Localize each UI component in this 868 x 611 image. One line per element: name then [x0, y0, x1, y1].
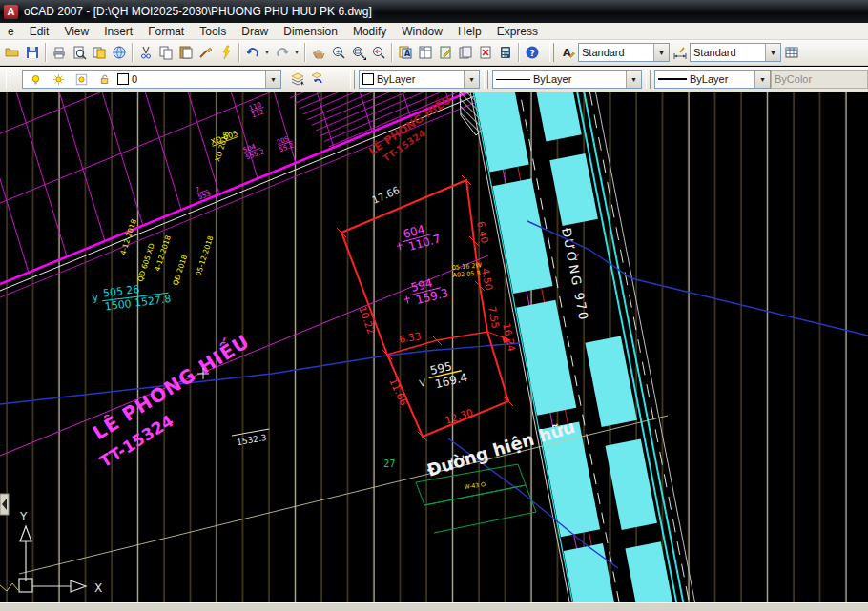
paste-icon[interactable] [176, 43, 196, 63]
markup-set-icon[interactable] [475, 43, 495, 63]
layer-unlock-icon[interactable] [94, 70, 114, 90]
zoom-realtime-icon[interactable]: ± [328, 43, 348, 63]
dim-style-combo[interactable]: Standard ▼ [690, 43, 781, 62]
color-value: ByLayer [377, 73, 461, 85]
color-combo-arrow[interactable]: ▼ [464, 71, 479, 88]
autocad-app-icon: A [4, 5, 18, 19]
plot-style-value: ByColor [775, 73, 867, 85]
menu-view[interactable]: View [56, 24, 96, 39]
svg-text:A: A [563, 47, 571, 59]
grid-lines-white [0, 92, 868, 602]
lineweight-combo-arrow[interactable]: ▼ [754, 71, 770, 88]
redo-button[interactable] [272, 43, 292, 63]
lineweight-sample [658, 78, 687, 80]
dim-style-combo-arrow[interactable]: ▼ [765, 44, 780, 61]
text-style-icon[interactable]: A [558, 43, 578, 63]
linetype-combo[interactable]: ByLayer ▼ [492, 70, 642, 89]
undo-button[interactable] [242, 43, 262, 63]
command-area-top [0, 602, 868, 611]
svg-text:A: A [404, 50, 411, 58]
layer-color-swatch [117, 73, 129, 85]
sheet-set-manager-icon[interactable] [455, 43, 475, 63]
text-style-value: Standard [582, 47, 651, 58]
publish-icon[interactable] [89, 43, 109, 63]
redo-dropdown-arrow[interactable]: ▼ [292, 43, 301, 63]
copy-icon[interactable] [155, 43, 176, 63]
current-layer-name: 0 [132, 73, 262, 85]
layer-combo-arrow[interactable]: ▼ [265, 71, 280, 88]
lineweight-value: ByLayer [690, 73, 752, 85]
cut-icon[interactable] [135, 43, 155, 63]
menu-format[interactable]: Format [140, 24, 192, 39]
linetype-sample [496, 79, 530, 80]
open-icon[interactable] [2, 43, 22, 63]
menu-dimension[interactable]: Dimension [276, 24, 345, 39]
autocad-window: A oCAD 2007 - [D:\QH MOI2025-2030\PHUONG… [0, 0, 868, 611]
parcel-plan-note: 05.16 2W A02 05.3 [451, 261, 483, 279]
text-style-combo-arrow[interactable]: ▼ [653, 44, 669, 61]
quickcalc-icon[interactable] [495, 43, 515, 63]
left-edge-widget[interactable] [0, 494, 9, 515]
make-object-layer-current-icon[interactable] [287, 70, 307, 90]
save-icon[interactable] [22, 43, 42, 63]
table-style-icon[interactable] [781, 43, 801, 63]
layer-vp-freeze-icon[interactable] [72, 70, 92, 90]
green-parcel-number: 27 [383, 458, 396, 469]
properties-palette-icon[interactable]: A [395, 43, 415, 63]
plot-style-combo: ByColor [771, 70, 868, 89]
menu-window[interactable]: Window [394, 24, 450, 39]
titlebar: A oCAD 2007 - [D:\QH MOI2025-2030\PHUONG… [0, 0, 868, 23]
menu-help[interactable]: Help [450, 24, 489, 39]
menu-modify[interactable]: Modify [345, 24, 394, 39]
lineweight-combo[interactable]: ByLayer ▼ [654, 70, 771, 89]
standard-toolbar: ▼ ▼ ± A ? A Standard ▼ Standard ▼ [0, 40, 868, 66]
color-combo[interactable]: ByLayer ▼ [359, 70, 480, 89]
svg-text:±: ± [335, 49, 341, 56]
menu-insert[interactable]: Insert [96, 24, 140, 39]
menu-tools[interactable]: Tools [192, 24, 234, 39]
ucs-x-label: X [94, 581, 102, 595]
text-style-combo[interactable]: Standard ▼ [578, 43, 670, 62]
zoom-window-icon[interactable] [348, 43, 368, 63]
dim-style-icon[interactable] [670, 43, 690, 63]
match-properties-icon[interactable] [196, 43, 216, 63]
ucs-y-label: Y [19, 510, 28, 523]
menu-express[interactable]: Express [489, 24, 546, 39]
layer-previous-icon[interactable] [307, 70, 327, 90]
tool-palettes-icon[interactable] [435, 43, 455, 63]
plot-preview-icon[interactable] [69, 43, 89, 63]
menu-file[interactable]: e [0, 24, 22, 39]
menu-draw[interactable]: Draw [234, 24, 276, 39]
layer-on-bulb-icon[interactable] [26, 70, 46, 90]
layer-combo[interactable]: 0 ▼ [22, 70, 281, 89]
drawing-canvas[interactable]: ĐƯỜNG 970 17.66 6.40 4.50 7.55 16.24 10.… [0, 92, 868, 602]
svg-text:?: ? [529, 49, 534, 58]
etransmit-icon[interactable] [109, 43, 129, 63]
linetype-combo-arrow[interactable]: ▼ [626, 71, 641, 88]
undo-dropdown-arrow[interactable]: ▼ [262, 43, 272, 63]
zoom-previous-icon[interactable] [368, 43, 388, 63]
window-title: oCAD 2007 - [D:\QH MOI2025-2030\PHUONG P… [24, 5, 372, 18]
help-icon[interactable]: ? [522, 43, 542, 63]
layers-properties-toolbar: 0 ▼ ByLayer ▼ ByLayer ▼ ByLayer ▼ ByColo… [0, 67, 868, 92]
pan-icon[interactable] [308, 43, 328, 63]
designcenter-icon[interactable] [415, 43, 435, 63]
edit-block-icon[interactable] [216, 43, 236, 63]
menubar: e Edit View Insert Format Tools Draw Dim… [0, 23, 868, 40]
layer-thaw-sun-icon[interactable] [49, 70, 69, 90]
plot-icon[interactable] [49, 43, 69, 63]
dim-style-value: Standard [693, 47, 762, 58]
menu-edit[interactable]: Edit [22, 24, 57, 39]
color-swatch [362, 73, 374, 85]
linetype-value: ByLayer [533, 73, 623, 85]
